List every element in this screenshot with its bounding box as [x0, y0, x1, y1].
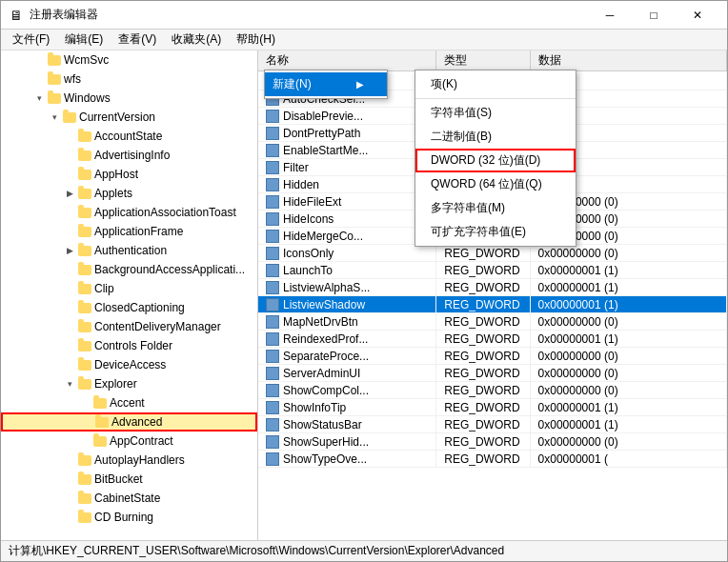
tree-item-appcontract[interactable]: AppContract [1, 432, 257, 451]
folder-icon [77, 262, 92, 277]
table-row[interactable]: ListviewAlphaS...REG_DWORD0x00000001 (1) [258, 279, 727, 296]
cell-type: REG_DWORD [436, 365, 530, 382]
menu-favorites[interactable]: 收藏夹(A) [164, 30, 229, 50]
table-row[interactable]: ServerAdminUIREG_DWORD0x00000000 (0) [258, 365, 727, 382]
table-row[interactable]: SeparateProce...REG_DWORD0x00000000 (0) [258, 348, 727, 365]
expand-arrow [62, 510, 77, 525]
value-name-text: LaunchTo [283, 264, 333, 277]
minimize-button[interactable]: ─ [588, 1, 632, 30]
submenu-item-xiang[interactable]: 项(K) [415, 72, 576, 96]
cell-name: Filter [258, 159, 436, 176]
value-name-text: MapNetDrvBtn [283, 315, 358, 329]
tree-item-contentdelivery[interactable]: ContentDeliveryManager [1, 317, 257, 336]
table-row[interactable]: LaunchToREG_DWORD0x00000001 (1) [258, 262, 727, 279]
cell-name: MapNetDrvBtn [258, 313, 436, 331]
tree-item-controlsfolder[interactable]: Controls Folder [1, 336, 257, 355]
tree-item-advertisinginfo[interactable]: AdvertisingInfo [1, 146, 257, 165]
dword-icon [266, 435, 279, 449]
col-header-data[interactable]: 数据 [530, 50, 726, 71]
menu-edit[interactable]: 编辑(E) [57, 30, 111, 50]
table-row[interactable]: ShowTypeOve...REG_DWORD0x00000001 ( [258, 451, 727, 468]
table-row[interactable]: ShowCompCol...REG_DWORD0x00000000 (0) [258, 382, 727, 399]
value-name-text: HideMergeCo... [283, 230, 363, 243]
folder-icon [77, 510, 92, 525]
menu-help[interactable]: 帮助(H) [229, 30, 283, 50]
menu-file[interactable]: 文件(F) [5, 30, 57, 50]
dword-icon [266, 247, 279, 260]
tree-item-apphost[interactable]: AppHost [1, 165, 257, 184]
table-row[interactable]: MapNetDrvBtnREG_DWORD0x00000000 (0) [258, 313, 727, 331]
maximize-button[interactable]: □ [632, 1, 676, 30]
expand-arrow [62, 167, 77, 182]
expand-arrow [62, 472, 77, 487]
value-name-text: HideIcons [283, 212, 334, 226]
context-menu-newitem[interactable]: 新建(N) ▶ [265, 72, 387, 96]
folder-icon [77, 319, 92, 334]
tree-item-appassoct[interactable]: ApplicationAssociationToast [1, 203, 257, 222]
tree-label: Advanced [111, 415, 162, 429]
expand-arrow [77, 433, 92, 449]
dword-icon [266, 367, 279, 380]
folder-open-icon [47, 90, 62, 106]
tree-item-bgaccess[interactable]: BackgroundAccessApplicati... [1, 260, 257, 279]
value-name-text: ListviewShadow [283, 298, 365, 311]
status-path: 计算机\HKEY_CURRENT_USER\Software\Microsoft… [9, 543, 504, 559]
submenu-label: DWORD (32 位)值(D) [431, 153, 540, 167]
close-button[interactable]: ✕ [676, 1, 719, 30]
tree-item-windows[interactable]: ▾ Windows [1, 89, 257, 108]
tree-item-accountstate[interactable]: AccountState [1, 127, 257, 146]
folder-icon [77, 452, 92, 468]
table-row[interactable]: ShowSuperHid...REG_DWORD0x00000000 (0) [258, 433, 727, 451]
value-name-text: HideFileExt [283, 195, 341, 209]
tree-label: ApplicationAssociationToast [94, 206, 236, 219]
tree-item-bitbucket[interactable]: BitBucket [1, 470, 257, 489]
submenu-item-dword32[interactable]: DWORD (32 位)值(D) [415, 149, 576, 172]
registry-editor-window: 🖥 注册表编辑器 ─ □ ✕ 文件(F) 编辑(E) 查看(V) 收藏夹(A) … [0, 0, 728, 562]
cell-type: REG_DWORD [436, 279, 530, 296]
submenu-item-string[interactable]: 字符串值(S) [415, 101, 576, 125]
submenu-item-qword64[interactable]: QWORD (64 位)值(Q) [415, 172, 576, 196]
tree-item-autoplay[interactable]: AutoplayHandlers [1, 451, 257, 470]
value-name-text: ShowStatusBar [283, 418, 362, 432]
table-row[interactable]: ShowStatusBarREG_DWORD0x00000001 (1) [258, 416, 727, 433]
dword-icon [266, 127, 279, 140]
menu-view[interactable]: 查看(V) [111, 30, 164, 50]
col-header-name[interactable]: 名称 [258, 50, 436, 71]
tree-item-appframe[interactable]: ApplicationFrame [1, 222, 257, 241]
menu-separator [415, 98, 576, 99]
folder-icon [92, 433, 108, 449]
tree-item-authentication[interactable]: ▶ Authentication [1, 241, 257, 260]
submenu-item-multistring[interactable]: 多字符串值(M) [415, 196, 576, 220]
cell-name: ReindexedProf... [258, 331, 436, 348]
tree-panel[interactable]: WcmSvc wfs ▾ Windows ▾ CurrentVersion [1, 50, 258, 540]
submenu-item-binary[interactable]: 二进制值(B) [415, 125, 576, 149]
tree-item-closedcaptioning[interactable]: ClosedCaptioning [1, 298, 257, 317]
cell-type: REG_DWORD [436, 382, 530, 399]
tree-item-currentversion[interactable]: ▾ CurrentVersion [1, 108, 257, 127]
cell-data: 0x00000000 (0) [530, 313, 726, 331]
tree-item-clip[interactable]: Clip [1, 279, 257, 298]
tree-item-applets[interactable]: ▶ Applets [1, 184, 257, 203]
folder-icon [77, 338, 92, 353]
table-row[interactable]: ReindexedProf...REG_DWORD0x00000001 (1) [258, 331, 727, 348]
table-row[interactable]: ShowInfoTipREG_DWORD0x00000001 (1) [258, 399, 727, 416]
tree-item-wfs[interactable]: wfs [1, 70, 257, 89]
tree-item-cdburning[interactable]: CD Burning [1, 508, 257, 527]
tree-item-accent[interactable]: Accent [1, 393, 257, 412]
folder-open-icon [77, 376, 92, 391]
cell-type: REG_DWORD [436, 433, 530, 451]
expand-arrow [79, 414, 94, 430]
tree-item-explorer[interactable]: ▾ Explorer [1, 374, 257, 393]
submenu-item-expandstring[interactable]: 可扩充字符串值(E) [415, 220, 576, 244]
tree-item-advanced[interactable]: Advanced [1, 412, 257, 432]
tree-item-wcmsvc[interactable]: WcmSvc [1, 50, 257, 70]
submenu: 项(K) 字符串值(S) 二进制值(B) [415, 70, 576, 247]
col-header-type[interactable]: 类型 [436, 50, 530, 71]
tree-label: CurrentVersion [79, 110, 155, 124]
tree-label: ClosedCaptioning [94, 301, 185, 314]
table-row[interactable]: ListviewShadowREG_DWORD0x00000001 (1) [258, 296, 727, 313]
tree-item-deviceaccess[interactable]: DeviceAccess [1, 355, 257, 374]
tree-item-cabinetstate[interactable]: CabinetState [1, 489, 257, 508]
table-row[interactable]: IconsOnlyREG_DWORD0x00000000 (0) [258, 245, 727, 262]
cell-name: SeparateProce... [258, 348, 436, 365]
